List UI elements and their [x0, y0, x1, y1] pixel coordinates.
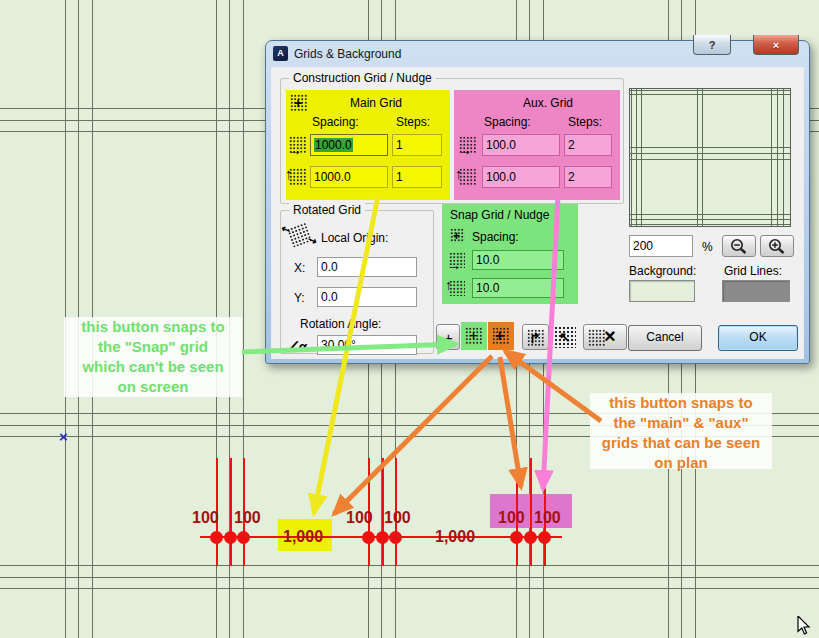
preview-vline [777, 89, 778, 226]
preview-vline [771, 89, 772, 226]
snap-to-snap-grid-button[interactable]: + [461, 322, 487, 350]
y-label: Y: [294, 291, 305, 305]
horizontal-spacing-icon: → [449, 252, 465, 268]
dimension-marker [376, 531, 389, 544]
main-spacing-label: Spacing: [312, 115, 359, 129]
main-h-steps-field[interactable]: 1 [392, 134, 442, 156]
dimension-marker [524, 531, 537, 544]
preview-vline [636, 89, 637, 226]
main-steps-label: Steps: [396, 115, 430, 129]
construction-grid-group-label: Construction Grid / Nudge [289, 71, 436, 85]
dialog-titlebar[interactable]: A Grids & Background ? × [266, 41, 809, 66]
dim-100-label: 100 [498, 509, 525, 527]
aux-h-spacing-field[interactable]: 100.0 [482, 134, 560, 156]
aux-v-steps-field[interactable]: 2 [564, 166, 612, 188]
snap-spacing-label: Spacing: [472, 230, 519, 244]
construction-grid-icon: + [290, 94, 308, 112]
dim-100-label: 100 [192, 509, 219, 527]
aux-v-spacing-field[interactable]: 100.0 [482, 166, 560, 188]
rotated-grid-icon: ↖ ↘ [286, 222, 312, 248]
preview-hline [630, 90, 790, 91]
snap-grid-icon: + [450, 228, 465, 243]
snap-grid-note: this button snaps to the "Snap" grid whi… [64, 317, 242, 397]
dialog-title: Grids & Background [294, 47, 401, 61]
vertical-spacing-icon: ↑ [459, 168, 476, 185]
aux-h-steps-field[interactable]: 2 [564, 134, 612, 156]
dim-100-label: 100 [346, 509, 373, 527]
dimension-marker [224, 531, 237, 544]
dimension-marker [362, 531, 375, 544]
grid-lines-label: Grid Lines: [724, 264, 782, 278]
rotated-grid-button[interactable]: ↱ [522, 324, 549, 350]
rotated-grid-group: Rotated Grid ↖ ↘ Local Origin: X: 0.0 Y:… [280, 210, 434, 354]
dimension-marker [510, 531, 523, 544]
user-origin-marker[interactable]: × [59, 428, 68, 445]
aux-grid-panel: Aux. Grid Spacing: Steps: → 100.0 2 ↑ 10… [454, 90, 620, 200]
snap-v-field[interactable]: 10.0 [472, 278, 564, 298]
main-h-spacing-field[interactable]: 1000.0 [310, 134, 388, 156]
archicad-plan-view: 100100100100100100 1,000 1,000 × this bu… [0, 0, 819, 638]
snap-rotated-grid-toggle[interactable]: ↖ [552, 324, 578, 350]
help-button[interactable]: ? [693, 35, 731, 55]
main-aux-grid-note: this button snaps to the "main" & "aux" … [590, 393, 772, 469]
vertical-spacing-icon: ↑ [289, 168, 306, 185]
cancel-button[interactable]: Cancel [628, 325, 702, 351]
vertical-spacing-icon: ↑ [449, 280, 465, 296]
grid-display-off-button[interactable]: × [583, 324, 627, 350]
local-origin-label: Local Origin: [321, 231, 388, 245]
mouse-cursor [797, 616, 815, 636]
dim-100-label: 100 [384, 509, 411, 527]
angle-icon: ∠α [287, 339, 307, 354]
preview-hline [630, 224, 790, 225]
zoom-in-button[interactable] [760, 235, 794, 257]
zoom-out-button[interactable] [722, 235, 756, 257]
horizontal-spacing-icon: → [289, 136, 306, 153]
background-label: Background: [629, 264, 696, 278]
grid-line-red [530, 458, 532, 566]
origin-x-field[interactable]: 0.0 [317, 257, 417, 277]
background-color-swatch[interactable] [629, 280, 695, 302]
selected-text: 1000.0 [314, 138, 353, 152]
dim-100-label: 100 [234, 509, 261, 527]
snap-to-construction-grid-button[interactable]: + [488, 322, 514, 350]
preview-vline [631, 89, 632, 226]
main-grid-panel: + Main Grid Spacing: Steps: → 1000.0 1 ↑… [286, 90, 450, 200]
dim-100-label: 100 [534, 509, 561, 527]
rotation-angle-field[interactable]: 30.00° [317, 335, 417, 355]
preview-hline [630, 153, 790, 154]
aux-spacing-label: Spacing: [484, 115, 531, 129]
horizontal-spacing-icon: → [459, 136, 476, 153]
preview-hline [630, 159, 790, 160]
close-button[interactable]: × [753, 35, 799, 55]
aux-grid-title: Aux. Grid [482, 96, 614, 110]
main-grid-title: Main Grid [310, 96, 442, 110]
preview-hline [630, 147, 790, 148]
snap-h-field[interactable]: 10.0 [472, 250, 564, 270]
preview-hline [630, 219, 790, 220]
dimension-marker [210, 531, 223, 544]
percent-label: % [702, 240, 713, 254]
grid-lines-color-swatch[interactable] [722, 280, 790, 302]
preview-hline [630, 214, 790, 215]
preview-vline [783, 89, 784, 226]
grids-and-background-dialog: A Grids & Background ? × Construction Gr… [265, 40, 810, 364]
dimension-marker [237, 531, 250, 544]
main-v-steps-field[interactable]: 1 [392, 166, 442, 188]
snap-grid-panel: Snap Grid / Nudge + Spacing: → 10.0 ↑ 10… [442, 204, 578, 304]
x-icon: × [604, 326, 616, 346]
ok-button[interactable]: OK [718, 325, 798, 351]
preview-vline [702, 89, 703, 226]
preview-vline [697, 89, 698, 226]
archicad-app-icon: A [273, 46, 288, 61]
no-snap-button[interactable]: + [436, 324, 460, 350]
rotated-grid-group-label: Rotated Grid [289, 203, 365, 217]
grid-line-red [230, 458, 232, 566]
dimension-marker [538, 531, 551, 544]
grid-preview [629, 88, 791, 227]
rotation-angle-label: Rotation Angle: [300, 317, 381, 331]
main-v-spacing-field[interactable]: 1000.0 [310, 166, 388, 188]
dimension-marker [389, 531, 402, 544]
preview-zoom-field[interactable]: 200 [629, 235, 693, 257]
x-label: X: [294, 261, 305, 275]
origin-y-field[interactable]: 0.0 [317, 287, 417, 307]
